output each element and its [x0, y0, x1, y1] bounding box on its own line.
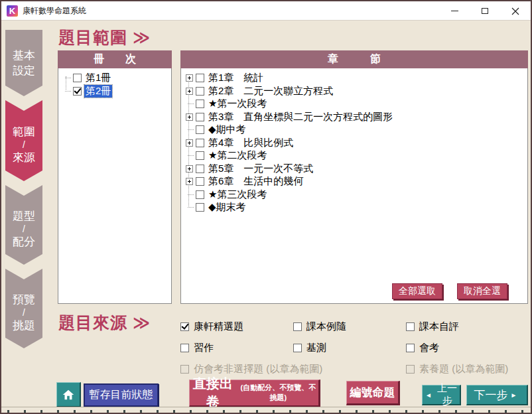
tab-label: / — [5, 307, 42, 318]
chapter-3-label[interactable]: 第3章 直角坐標與二元一次方程式的圖形 — [207, 111, 394, 123]
chapter-1-checkbox[interactable] — [196, 74, 204, 82]
chapter-item-4[interactable]: 第4章 比與比例式 — [181, 137, 527, 150]
exam-final-label[interactable]: ◆期末考 — [207, 201, 247, 214]
close-button[interactable] — [500, 1, 531, 21]
minimize-button[interactable] — [439, 1, 470, 21]
expand-icon[interactable] — [186, 74, 193, 82]
exam-midyear-label[interactable]: ◆期中考 — [207, 123, 247, 136]
kanghsuan-selected-checkbox[interactable] — [180, 322, 189, 331]
prev-step-button[interactable]: ◄上一步 — [422, 385, 461, 405]
volume-1-label[interactable]: 第1冊 — [84, 72, 112, 84]
tab-label: 題型 — [5, 208, 42, 224]
chapter-item-6[interactable]: 第6章 生活中的幾何 — [181, 175, 527, 188]
exam-midterm2-checkbox[interactable] — [196, 151, 204, 160]
sidebar-tab-basic-settings[interactable]: 基本 設定 — [5, 30, 42, 96]
chapter-item-5[interactable]: 第5章 一元一次不等式 — [181, 163, 527, 176]
prev-step-label: 上一步 — [434, 382, 460, 407]
basic-test-checkbox[interactable] — [293, 344, 302, 352]
expand-icon[interactable] — [186, 113, 193, 121]
option-label[interactable]: 課本自評 — [419, 320, 459, 333]
chapter-4-checkbox[interactable] — [196, 139, 204, 147]
numbered-question-button[interactable]: 編號命題 — [346, 381, 400, 405]
chapter-1-label[interactable]: 第1章 統計 — [207, 72, 265, 84]
volume-item-2[interactable]: 第2冊 — [58, 85, 171, 98]
chapter-item-2[interactable]: 第2章 二元一次聯立方程式 — [181, 85, 527, 98]
home-button[interactable] — [56, 382, 81, 407]
option-label[interactable]: 康軒精選題 — [194, 320, 243, 333]
option-label: 素養題 (以章為範圍) — [419, 363, 508, 376]
option-label[interactable]: 課本例隨 — [306, 320, 346, 333]
textbook-selfcheck-checkbox[interactable] — [406, 322, 415, 331]
tab-label: 預覽 — [5, 292, 42, 307]
chapter-2-label[interactable]: 第2章 二元一次聯立方程式 — [207, 85, 334, 98]
direct-generate-button[interactable]: 直接出卷 (自動配分、不預覽、不挑題) — [189, 380, 320, 407]
option-label[interactable]: 基測 — [306, 342, 326, 354]
option-label[interactable]: 會考 — [419, 342, 439, 354]
app-logo-icon: K — [7, 5, 18, 17]
tab-label: 挑題 — [5, 318, 42, 333]
titlebar: K 康軒數學命題系統 — [1, 1, 531, 21]
tab-label: 配分 — [5, 234, 42, 249]
option-workbook[interactable]: 習作 — [180, 342, 293, 354]
sidebar-tab-preview-pick[interactable]: 預覽 / 挑題 — [5, 269, 42, 348]
volume-2-label[interactable]: 第2冊 — [84, 85, 112, 98]
exam-midterm3-checkbox[interactable] — [196, 190, 204, 199]
exam-midterm2-label[interactable]: ★第二次段考 — [207, 149, 268, 162]
option-comprehensive-exam[interactable]: 會考 — [406, 342, 528, 354]
expand-icon[interactable] — [186, 178, 193, 185]
chapter-4-label[interactable]: 第4章 比與比例式 — [207, 137, 295, 149]
expand-icon[interactable] — [186, 88, 193, 95]
option-textbook-examples[interactable]: 課本例隨 — [293, 320, 406, 333]
tab-label: 範圍 — [5, 124, 42, 139]
exam-final-checkbox[interactable] — [196, 203, 204, 212]
exam-midterm1-label[interactable]: ★第一次段考 — [207, 98, 268, 110]
volume-2-checkbox[interactable] — [73, 87, 82, 96]
next-step-button[interactable]: 下一步► — [466, 385, 528, 405]
scope-heading: 題目範圍 ≫ — [58, 27, 151, 48]
expand-icon[interactable] — [186, 165, 193, 172]
exam-midyear-checkbox[interactable] — [196, 125, 204, 134]
option-kanghsuan-selected[interactable]: 康軒精選題 — [180, 320, 293, 333]
select-all-button[interactable]: 全部選取 — [392, 283, 442, 299]
exam-item-midterm3[interactable]: ★第三次段考 — [181, 188, 527, 202]
option-label[interactable]: 習作 — [194, 342, 214, 354]
right-arrow-icon: ► — [511, 391, 517, 399]
comprehensive-exam-checkbox[interactable] — [406, 344, 415, 352]
tab-label: 來源 — [5, 150, 42, 165]
volume-tree: 第1冊 第2冊 — [58, 68, 171, 98]
chapter-item-3[interactable]: 第3章 直角坐標與二元一次方程式的圖形 — [181, 111, 527, 124]
volume-item-1[interactable]: 第1冊 — [58, 72, 171, 85]
maximize-button[interactable] — [470, 1, 500, 21]
save-state-button[interactable]: 暫存目前狀態 — [84, 383, 159, 407]
volume-1-checkbox[interactable] — [73, 74, 82, 82]
tree-guide — [188, 207, 194, 208]
chapter-2-checkbox[interactable] — [196, 87, 204, 96]
chapter-5-label[interactable]: 第5章 一元一次不等式 — [207, 163, 314, 175]
textbook-examples-checkbox[interactable] — [293, 322, 302, 331]
source-options: 康軒精選題 課本例隨 課本自評 習作 基測 會考 仿會考非選擇題 (以章為範圍) — [180, 320, 528, 376]
option-textbook-selfcheck[interactable]: 課本自評 — [406, 320, 528, 333]
chapter-3-checkbox[interactable] — [196, 113, 204, 121]
expand-icon[interactable] — [186, 139, 193, 147]
sidebar-tab-question-type[interactable]: 題型 / 配分 — [5, 185, 42, 265]
deselect-all-button[interactable]: 取消全選 — [457, 283, 507, 299]
tab-label: 設定 — [5, 63, 42, 78]
chapter-panel-header: 章 節 — [180, 50, 528, 68]
exam-item-final[interactable]: ◆期末考 — [181, 201, 527, 214]
chapter-5-checkbox[interactable] — [196, 165, 204, 173]
workbook-checkbox[interactable] — [180, 344, 189, 352]
left-arrow-icon: ◄ — [425, 391, 432, 399]
chapter-6-label[interactable]: 第6章 生活中的幾何 — [207, 175, 304, 188]
option-basic-test[interactable]: 基測 — [293, 342, 406, 354]
chapter-item-1[interactable]: 第1章 統計 — [181, 72, 527, 85]
literacy-checkbox — [406, 365, 415, 374]
exam-item-midterm1[interactable]: ★第一次段考 — [181, 98, 527, 111]
exam-item-midterm2[interactable]: ★第二次段考 — [181, 149, 527, 163]
sidebar-tab-scope-source[interactable]: 範圍 / 來源 — [5, 100, 42, 181]
exam-midterm3-label[interactable]: ★第三次段考 — [207, 188, 268, 201]
source-heading: 題目來源 ≫ — [58, 312, 151, 334]
chapter-6-checkbox[interactable] — [196, 177, 204, 186]
exam-midterm1-checkbox[interactable] — [196, 100, 204, 108]
exam-item-midyear[interactable]: ◆期中考 — [181, 123, 527, 137]
tab-label: 基本 — [5, 48, 42, 63]
